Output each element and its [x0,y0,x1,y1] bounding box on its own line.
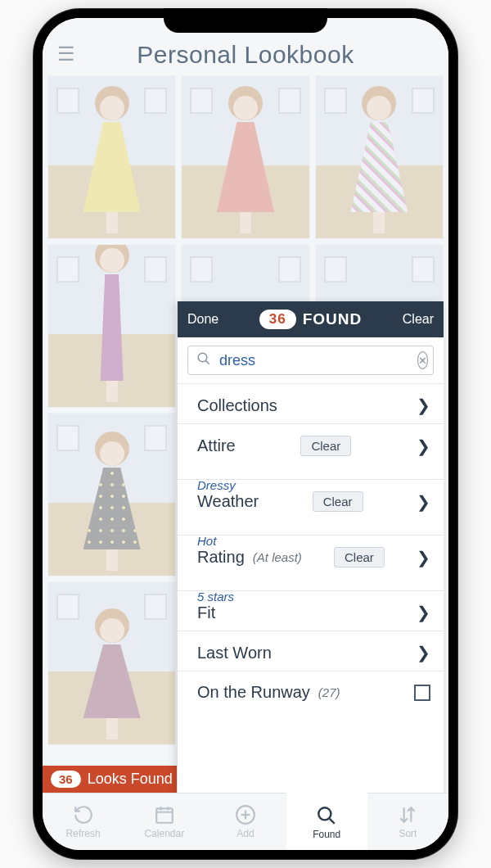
tab-refresh[interactable]: Refresh [43,793,124,850]
filter-label: Weather [197,492,259,511]
outfit-tile[interactable] [47,581,176,745]
filter-rating[interactable]: Rating (At least) Clear ❯ 5 stars [178,535,444,590]
filter-label: Rating [197,548,245,567]
outfit-tile[interactable] [181,75,309,239]
chevron-right-icon: ❯ [417,396,430,415]
tab-label: Sort [399,828,417,839]
filter-on-the-runway[interactable]: On the Runway (27) [178,671,444,710]
filter-count: (27) [318,685,340,699]
filter-panel: Done 36 FOUND Clear ✕ Collections [177,301,444,793]
filter-label: Fit [197,604,215,622]
outfit-tile[interactable] [47,244,176,408]
filter-panel-header: Done 36 FOUND Clear [178,301,444,337]
svg-line-10 [330,818,335,823]
clear-all-button[interactable]: Clear [403,312,434,327]
svg-line-1 [206,361,209,364]
chevron-right-icon: ❯ [417,548,430,567]
tab-add[interactable]: Add [205,793,286,850]
outfit-tile[interactable] [47,413,176,576]
filter-attire[interactable]: Attire Clear ❯ Dressy [178,423,444,479]
filter-last-worn[interactable]: Last Worn ❯ [178,631,444,671]
search-row: ✕ [187,346,434,375]
phone-screen: ☰ Personal Lookbook [43,18,448,850]
phone-notch [164,8,327,33]
clear-rating-button[interactable]: Clear [334,547,385,567]
svg-point-0 [198,353,207,362]
clear-attire-button[interactable]: Clear [300,436,351,456]
results-banner[interactable]: 36 Looks Found [43,766,186,793]
svg-rect-2 [156,808,173,822]
search-icon [316,805,337,826]
search-input[interactable] [219,352,409,369]
done-button[interactable]: Done [187,312,218,327]
sort-icon [397,804,418,825]
content-area: 36 Looks Found Done 36 FOUND Clear [43,75,448,793]
filter-weather[interactable]: Weather Clear ❯ Hot [178,479,444,535]
tab-label: Found [313,829,340,840]
filter-sublabel: (At least) [253,550,302,564]
outfit-tile[interactable] [315,75,444,239]
chevron-right-icon: ❯ [417,436,430,456]
filter-fit[interactable]: Fit ❯ [178,590,444,631]
clear-search-icon[interactable]: ✕ [417,351,428,369]
filter-label: Attire [197,436,236,455]
chevron-right-icon: ❯ [417,643,430,662]
tab-label: Refresh [66,828,101,839]
filter-collections[interactable]: Collections ❯ [178,383,444,423]
outfit-tile[interactable] [47,75,176,239]
tab-calendar[interactable]: Calendar [124,793,205,850]
results-banner-label: Looks Found [88,771,173,788]
page-title: Personal Lookbook [57,41,434,69]
chevron-right-icon: ❯ [417,603,430,622]
clear-weather-button[interactable]: Clear [313,491,363,512]
refresh-icon [73,804,94,825]
tab-label: Calendar [144,828,184,839]
filter-label: On the Runway [197,683,310,702]
calendar-icon [154,804,175,825]
runway-checkbox[interactable] [414,685,430,701]
menu-icon[interactable]: ☰ [57,43,75,66]
found-label: FOUND [303,310,363,328]
filter-label: Last Worn [197,644,272,662]
tab-found[interactable]: Found [286,793,367,850]
svg-point-9 [318,807,331,820]
found-count-pill: 36 [259,310,296,329]
filter-label: Collections [197,396,277,415]
search-icon [196,351,211,369]
tab-sort[interactable]: Sort [367,793,448,850]
add-icon [235,804,256,825]
chevron-right-icon: ❯ [417,492,430,512]
tab-bar: Refresh Calendar Add Found [43,793,448,850]
phone-frame: ☰ Personal Lookbook [33,8,458,860]
tab-label: Add [236,828,254,839]
results-count-badge: 36 [51,771,81,788]
